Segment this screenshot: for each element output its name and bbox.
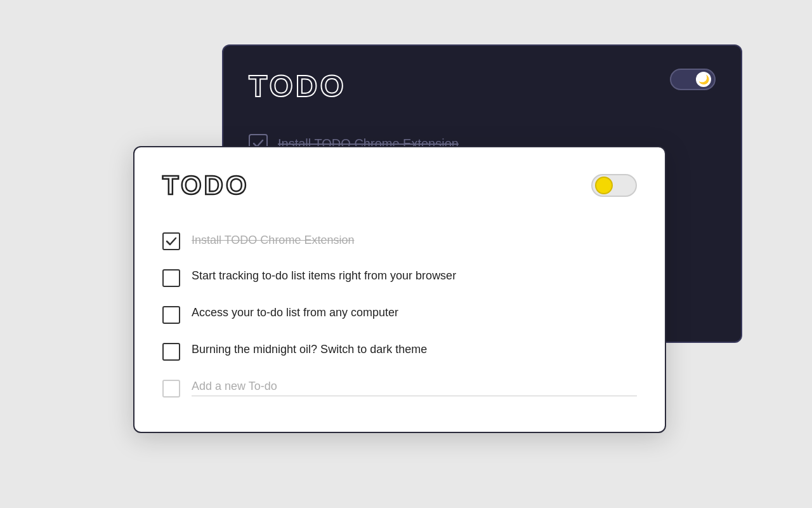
todo-logo-dark: TODO xyxy=(249,69,346,104)
moon-icon: 🌙 xyxy=(698,74,709,84)
card-header: TODO xyxy=(162,170,637,201)
todo-item-3: Access your to-do list from any computer xyxy=(162,296,637,333)
checkbox-item-3[interactable] xyxy=(162,306,180,324)
toggle-knob-dark: 🌙 xyxy=(696,72,711,87)
todo-item-1-text: Install TODO Chrome Extension xyxy=(192,232,354,248)
scene: TODO 🌙 Install TODO Chrome Extension TOD… xyxy=(133,44,679,464)
checkbox-item-1[interactable] xyxy=(162,232,180,250)
add-todo-input[interactable] xyxy=(192,380,637,396)
todo-item-4: Burning the midnight oil? Switch to dark… xyxy=(162,333,637,370)
checkbox-item-4[interactable] xyxy=(162,343,180,361)
todo-item-3-text: Access your to-do list from any computer xyxy=(192,305,398,321)
todo-item-2-text: Start tracking to-do list items right fr… xyxy=(192,268,456,284)
checkbox-item-2[interactable] xyxy=(162,269,180,287)
todo-list: Install TODO Chrome Extension Start trac… xyxy=(162,224,637,406)
todo-logo-white: TODO xyxy=(162,170,249,201)
add-item-row xyxy=(162,370,637,406)
light-mode-toggle[interactable] xyxy=(591,174,637,197)
checkbox-new-item xyxy=(162,380,180,398)
todo-item-completed: Install TODO Chrome Extension xyxy=(162,224,637,259)
checkmark-icon xyxy=(166,236,177,247)
white-card: TODO Install TODO Chrome Extension Start… xyxy=(133,146,666,433)
todo-item-4-text: Burning the midnight oil? Switch to dark… xyxy=(192,342,427,358)
dark-mode-toggle[interactable]: 🌙 xyxy=(670,69,716,90)
todo-item-2: Start tracking to-do list items right fr… xyxy=(162,259,637,296)
toggle-knob-yellow xyxy=(595,177,613,194)
